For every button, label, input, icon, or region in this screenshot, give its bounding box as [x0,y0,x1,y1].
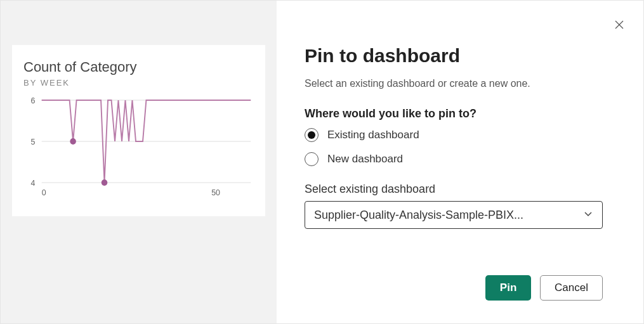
y-tick-5: 5 [30,137,35,146]
close-button[interactable] [613,18,626,31]
chart-markers [70,138,107,186]
radio-icon [305,128,319,142]
pin-target-heading: Where would you like to pin to? [305,107,603,120]
chart-preview-pane: Count of Category BY WEEK 6 5 4 0 50 [1,1,277,323]
pin-button[interactable]: Pin [485,275,531,301]
form-pane: Pin to dashboard Select an existing dash… [277,1,643,323]
chart-card: Count of Category BY WEEK 6 5 4 0 50 [12,45,265,216]
pin-target-radio-group: Existing dashboard New dashboard [305,128,603,166]
radio-existing-dashboard[interactable]: Existing dashboard [305,128,603,142]
chevron-down-icon [583,209,593,221]
radio-label: Existing dashboard [327,129,419,141]
chart-svg: 6 5 4 0 50 [23,94,254,208]
chart-subtitle: BY WEEK [23,78,254,87]
radio-label: New dashboard [327,153,403,165]
y-tick-4: 4 [30,178,35,188]
dialog-title: Pin to dashboard [305,45,603,67]
radio-icon [305,152,319,166]
radio-new-dashboard[interactable]: New dashboard [305,152,603,166]
pin-to-dashboard-dialog: Count of Category BY WEEK 6 5 4 0 50 [0,0,644,324]
select-existing-label: Select existing dashboard [305,183,603,196]
chart-area: 6 5 4 0 50 [23,94,254,208]
cancel-button[interactable]: Cancel [540,275,603,301]
existing-dashboard-select[interactable]: Supplier-Quality-Analysis-Sample-PBIX... [305,201,603,229]
select-value: Supplier-Quality-Analysis-Sample-PBIX... [314,209,523,222]
chart-title: Count of Category [23,59,254,75]
y-tick-6: 6 [30,96,35,105]
close-icon [614,20,624,30]
svg-point-3 [70,138,76,145]
dialog-subtitle: Select an existing dashboard or create a… [305,78,603,89]
x-tick-50: 50 [211,188,220,197]
x-tick-0: 0 [42,188,46,197]
svg-point-4 [102,179,108,186]
dialog-buttons: Pin Cancel [485,275,603,301]
